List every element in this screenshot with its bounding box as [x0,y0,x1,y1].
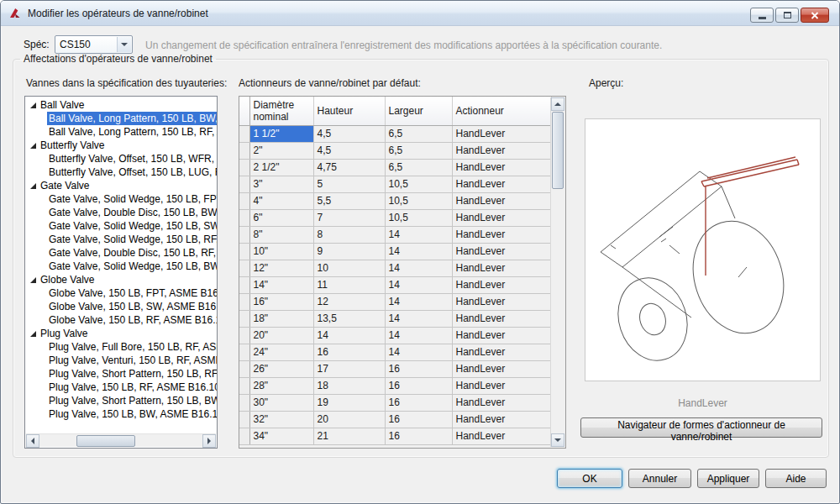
grid-row-header[interactable] [239,260,249,276]
vertical-scrollbar-thumb[interactable] [552,112,564,189]
grid-cell[interactable]: 17 [313,360,385,377]
tree-group[interactable]: Plug Valve [25,327,217,340]
grid-cell[interactable]: 4,75 [313,159,385,176]
grid-column-header[interactable]: Largeur [385,97,452,125]
grid-row-header[interactable] [239,394,249,411]
grid-cell[interactable]: 16 [385,394,452,411]
tree-item[interactable]: Butterfly Valve, Offset, 150 LB, WFR, F [25,152,217,165]
grid-cell[interactable]: 1 1/2" [249,125,313,142]
grid-cell[interactable]: 12" [249,260,313,276]
grid-cell[interactable]: 14 [385,293,452,310]
grid-cell[interactable]: 16 [313,344,385,360]
tree-item[interactable]: Gate Valve, Solid Wedge, 150 LB, SW [25,219,217,233]
grid-cell[interactable]: 16 [385,360,452,377]
grid-row-header[interactable] [239,209,249,226]
tree-item[interactable]: Gate Valve, Solid Wedge, 150 LB, BW [25,260,217,273]
grid-cell[interactable]: 4,5 [313,142,385,159]
grid-cell[interactable]: HandLever [452,125,551,142]
tree-item[interactable]: Plug Valve, Short Pattern, 150 LB, BW [25,394,217,407]
grid-cell[interactable]: HandLever [452,344,551,360]
tree-item[interactable]: Plug Valve, Venturi, 150 LB, RF, ASME [25,354,217,367]
titlebar[interactable]: Modifier les opérateurs de vanne/robinet [1,1,839,26]
grid-cell[interactable]: 14 [385,310,452,327]
grid-row-header[interactable] [239,243,249,260]
grid-row-header[interactable] [239,310,249,327]
scroll-right-button[interactable] [202,434,216,448]
grid-cell[interactable]: HandLever [452,394,551,411]
tree-item[interactable]: Globe Valve, 150 LB, RF, ASME B16.10 [25,313,217,327]
grid-cell[interactable]: 3" [249,176,313,192]
grid-cell[interactable]: 4" [249,192,313,209]
tree-item[interactable]: Gate Valve, Solid Wedge, 150 LB, FPT [25,192,217,206]
grid-cell[interactable]: 11 [313,276,385,293]
grid-cell[interactable]: HandLever [452,360,551,377]
grid-cell[interactable]: HandLever [452,226,551,243]
grid-column-header[interactable]: Hauteur [313,97,385,125]
grid-row-header[interactable] [239,176,249,192]
grid-cell[interactable]: 8 [313,226,385,243]
minimize-button[interactable] [750,8,774,23]
grid-row-header[interactable] [239,377,249,394]
grid-cell[interactable]: 12 [313,293,385,310]
grid-cell[interactable]: 10,5 [385,192,452,209]
grid-cell[interactable]: HandLever [452,327,551,344]
grid-cell[interactable]: 10" [249,243,313,260]
tree-item[interactable]: Plug Valve, Full Bore, 150 LB, RF, ASM [25,340,217,354]
grid-cell[interactable]: 18" [249,310,313,327]
grid-cell[interactable]: 18 [313,377,385,394]
tree-group[interactable]: Globe Valve [25,273,217,286]
tree-group[interactable]: Butterfly Valve [25,139,217,152]
tree-item[interactable]: Butterfly Valve, Offset, 150 LB, LUG, R [25,165,217,179]
grid-row-header[interactable] [239,327,249,344]
grid-cell[interactable]: 19 [313,394,385,411]
tree-item[interactable]: Gate Valve, Double Disc, 150 LB, RF, [25,246,217,260]
grid-cell[interactable]: 16" [249,293,313,310]
grid-cell[interactable]: HandLever [452,243,551,260]
grid-column-header[interactable]: Actionneur [452,97,551,125]
grid-cell[interactable]: 28" [249,377,313,394]
grid-cell[interactable]: HandLever [452,260,551,276]
grid-cell[interactable]: 14 [385,327,452,344]
tree-item[interactable]: Globe Valve, 150 LB, SW, ASME B16.1 [25,300,217,313]
tree-item[interactable]: Plug Valve, Short Pattern, 150 LB, RF, [25,367,217,381]
grid-cell[interactable]: HandLever [452,293,551,310]
tree-expanded-icon[interactable] [30,102,36,108]
grid-cell[interactable]: 10,5 [385,209,452,226]
help-button[interactable]: Aide [765,469,827,488]
grid-cell[interactable]: 34" [249,428,313,444]
actuator-shape-browser-button[interactable]: Navigateur de formes d'actionneur de van… [580,417,822,438]
grid-cell[interactable]: 20 [313,411,385,428]
grid-cell[interactable]: 9 [313,243,385,260]
grid-row-header[interactable] [239,192,249,209]
grid-cell[interactable]: 4,5 [313,125,385,142]
ok-button[interactable]: OK [557,469,622,488]
grid-cell[interactable]: HandLever [452,192,551,209]
grid-cell[interactable]: HandLever [452,142,551,159]
grid-cell[interactable]: 14 [385,226,452,243]
grid-cell[interactable]: 20" [249,327,313,344]
tree-horizontal-scrollbar[interactable] [26,433,216,447]
cancel-button[interactable]: Annuler [628,469,691,488]
grid-cell[interactable]: 10,5 [385,176,452,192]
grid-cell[interactable]: HandLever [452,411,551,428]
grid-cell[interactable]: 16 [385,411,452,428]
grid-cell[interactable]: 14 [385,344,452,360]
tree-expanded-icon[interactable] [30,277,36,283]
horizontal-scrollbar-thumb[interactable] [76,435,135,447]
grid-cell[interactable]: 7 [313,209,385,226]
grid-cell[interactable]: 6,5 [385,159,452,176]
tree-group[interactable]: Gate Valve [25,179,217,192]
grid-cell[interactable]: 6,5 [385,142,452,159]
grid-cell[interactable]: 16 [385,377,452,394]
valve-tree-listbox[interactable]: Ball ValveBall Valve, Long Pattern, 150 … [24,96,218,449]
tree-item[interactable]: Gate Valve, Double Disc, 150 LB, BW, [25,206,217,219]
tree-item[interactable]: Ball Valve, Long Pattern, 150 LB, BW, [25,112,217,125]
grid-cell[interactable]: 24" [249,344,313,360]
grid-cell[interactable]: 16 [385,428,452,444]
grid-cell[interactable]: 14 [385,276,452,293]
grid-cell[interactable]: HandLever [452,377,551,394]
tree-expanded-icon[interactable] [30,331,36,337]
grid-cell[interactable]: 21 [313,428,385,444]
scroll-left-button[interactable] [26,434,39,448]
maximize-button[interactable] [775,8,799,23]
